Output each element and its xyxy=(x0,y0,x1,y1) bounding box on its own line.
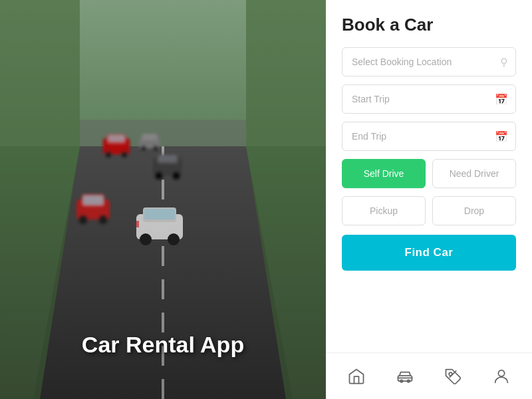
car-icon xyxy=(396,367,414,386)
profile-icon xyxy=(492,367,511,386)
location-input[interactable] xyxy=(342,47,516,76)
drop-input[interactable] xyxy=(432,196,516,225)
need-driver-button[interactable]: Need Driver xyxy=(432,159,516,188)
hero-panel: Car Rental App xyxy=(0,0,326,399)
app-title: Car Rental App xyxy=(82,332,244,357)
location-wrapper: ⚲ xyxy=(342,47,516,76)
find-car-button[interactable]: Find Car xyxy=(342,235,516,271)
pickup-wrapper xyxy=(342,196,426,225)
nav-home[interactable] xyxy=(336,362,376,391)
start-trip-wrapper: 📅 xyxy=(342,84,516,114)
end-trip-input[interactable] xyxy=(342,122,516,151)
nav-car[interactable] xyxy=(385,362,425,391)
start-trip-input[interactable] xyxy=(342,84,516,114)
pickup-drop-row xyxy=(342,196,516,225)
drive-options: Self Drive Need Driver xyxy=(342,159,516,188)
pickup-input[interactable] xyxy=(342,196,426,225)
page-title: Book a Car xyxy=(342,15,516,35)
nav-offers[interactable] xyxy=(433,362,473,391)
drop-wrapper xyxy=(432,196,516,225)
svg-point-39 xyxy=(498,370,504,376)
end-trip-wrapper: 📅 xyxy=(342,122,516,151)
svg-line-38 xyxy=(450,370,456,376)
home-icon xyxy=(347,367,366,386)
nav-profile[interactable] xyxy=(481,362,521,391)
form-area: Book a Car ⚲ 📅 📅 Self Drive Need Driver xyxy=(326,0,532,352)
booking-panel: Book a Car ⚲ 📅 📅 Self Drive Need Driver xyxy=(326,0,532,399)
self-drive-button[interactable]: Self Drive xyxy=(342,159,426,188)
bottom-nav xyxy=(326,352,532,399)
offers-icon xyxy=(444,367,462,386)
